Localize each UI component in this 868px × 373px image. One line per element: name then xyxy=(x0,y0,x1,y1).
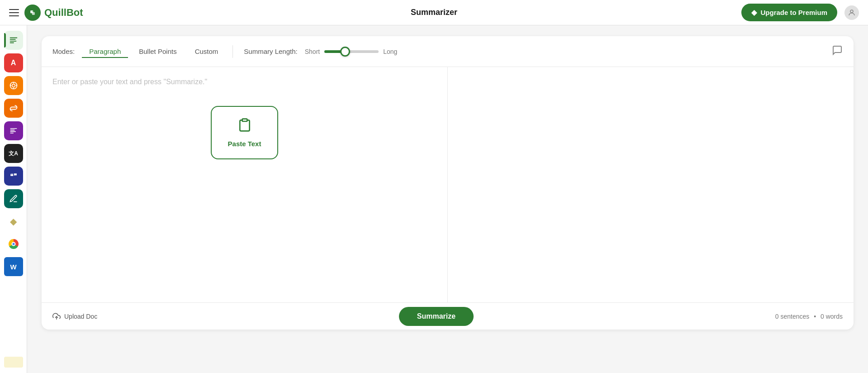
svg-point-3 xyxy=(32,10,33,11)
translate-icon: 文A xyxy=(9,150,18,158)
sidebar-item-target[interactable] xyxy=(4,76,23,95)
toolbar: Modes: Paragraph Bullet Points Custom Su… xyxy=(42,36,854,67)
header-left: QuillBot xyxy=(9,5,83,21)
logo-icon xyxy=(24,5,41,21)
input-placeholder[interactable]: Enter or paste your text and press "Summ… xyxy=(52,78,436,86)
upload-doc-button[interactable]: Upload Doc xyxy=(52,312,97,320)
slider-max-label: Long xyxy=(383,48,397,55)
summary-length-slider[interactable] xyxy=(324,50,379,53)
word-count-value: 0 words xyxy=(821,313,843,320)
citation-icon: ❝❞ xyxy=(10,172,17,180)
separator: • xyxy=(814,313,816,320)
content-area: Modes: Paragraph Bullet Points Custom Su… xyxy=(27,25,868,373)
page-title: Summarizer xyxy=(411,8,457,17)
sidebar-item-summarize2[interactable] xyxy=(4,121,23,140)
logo[interactable]: QuillBot xyxy=(24,5,83,21)
svg-point-10 xyxy=(12,84,15,87)
bottom-bar-indicator xyxy=(4,357,23,368)
comment-icon[interactable] xyxy=(832,45,843,58)
upload-doc-label: Upload Doc xyxy=(64,313,97,320)
header: QuillBot Summarizer ◆ Upgrade to Premium xyxy=(0,0,868,25)
main-layout: A 文A ❝❞ xyxy=(0,25,868,373)
upgrade-button[interactable]: ◆ Upgrade to Premium xyxy=(741,4,837,21)
sidebar-item-grammar[interactable]: A xyxy=(4,53,23,72)
modes-label: Modes: xyxy=(52,48,75,55)
sidebar-item-translate[interactable]: 文A xyxy=(4,144,23,163)
sidebar-item-citation[interactable]: ❝❞ xyxy=(4,167,23,186)
sentence-count: 0 sentences xyxy=(775,313,810,320)
paste-text-label: Paste Text xyxy=(228,140,261,148)
mode-paragraph-button[interactable]: Paragraph xyxy=(82,45,128,58)
logo-text: QuillBot xyxy=(44,7,83,19)
bottom-bar: Upload Doc Summarize 0 sentences • 0 wor… xyxy=(42,302,854,330)
summarize-button[interactable]: Summarize xyxy=(399,307,474,326)
paste-button-container: Paste Text xyxy=(52,106,436,159)
mode-bullet-button[interactable]: Bullet Points xyxy=(132,45,184,58)
svg-rect-8 xyxy=(9,43,14,43)
editor-area: Enter or paste your text and press "Summ… xyxy=(42,67,854,302)
chrome-icon xyxy=(9,239,19,249)
header-right: ◆ Upgrade to Premium xyxy=(741,4,859,21)
word-icon: W xyxy=(10,263,16,271)
svg-rect-17 xyxy=(10,131,16,132)
summary-length-label: Summary Length: xyxy=(244,48,297,55)
svg-rect-7 xyxy=(9,41,16,42)
user-account-icon[interactable] xyxy=(844,5,859,20)
mode-custom-button[interactable]: Custom xyxy=(188,45,226,58)
svg-rect-16 xyxy=(10,130,14,131)
hamburger-menu-icon[interactable] xyxy=(9,9,19,16)
toolbar-divider xyxy=(232,45,233,58)
svg-rect-15 xyxy=(10,128,17,129)
sidebar-item-writer[interactable] xyxy=(4,189,23,208)
sidebar-item-chrome[interactable] xyxy=(4,234,23,253)
summary-length-slider-container: Short Long xyxy=(305,48,398,55)
premium-icon: ◆ xyxy=(10,216,17,227)
output-panel xyxy=(448,67,854,302)
sidebar-item-summarizer[interactable] xyxy=(4,31,23,50)
sidebar-item-word[interactable]: W xyxy=(4,257,23,276)
slider-thumb[interactable] xyxy=(340,47,350,57)
diamond-icon: ◆ xyxy=(751,8,757,17)
input-panel: Enter or paste your text and press "Summ… xyxy=(42,67,448,302)
svg-rect-5 xyxy=(9,38,17,38)
word-count-display: 0 sentences • 0 words xyxy=(775,313,843,320)
svg-rect-19 xyxy=(242,119,247,121)
main-card: Modes: Paragraph Bullet Points Custom Su… xyxy=(42,36,854,330)
grammar-icon: A xyxy=(11,59,16,67)
paste-text-button[interactable]: Paste Text xyxy=(211,106,279,159)
clipboard-icon xyxy=(237,118,252,135)
svg-rect-6 xyxy=(9,39,15,40)
slider-min-label: Short xyxy=(305,48,320,55)
toolbar-right xyxy=(832,45,843,58)
svg-rect-18 xyxy=(10,133,14,134)
sidebar: A 文A ❝❞ xyxy=(0,25,27,373)
upload-icon xyxy=(52,312,61,320)
sidebar-item-premium[interactable]: ◆ xyxy=(4,212,23,231)
svg-point-4 xyxy=(850,10,853,13)
sidebar-item-paraphrase[interactable] xyxy=(4,99,23,118)
svg-rect-2 xyxy=(32,12,35,14)
